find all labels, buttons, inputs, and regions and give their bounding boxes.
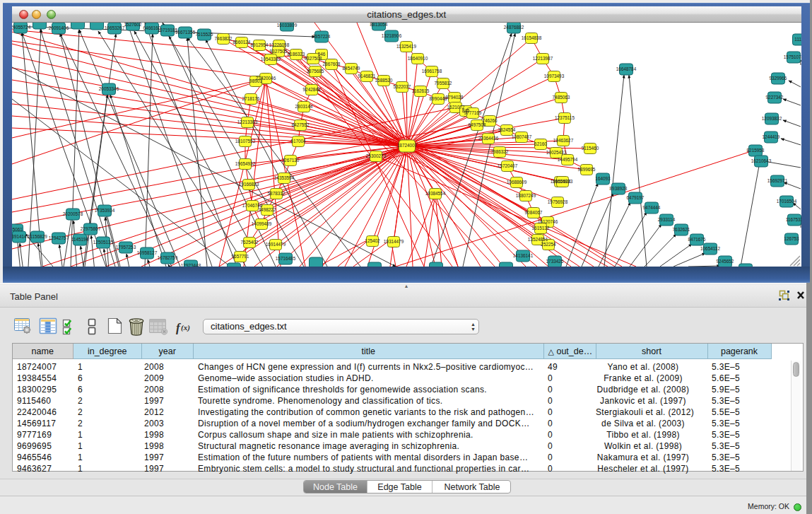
svg-text:19166823: 19166823 (239, 182, 259, 187)
svg-text:16154838: 16154838 (522, 35, 542, 40)
svg-text:1244419: 1244419 (763, 134, 780, 139)
svg-text:7485063: 7485063 (553, 95, 570, 100)
svg-text:6497508: 6497508 (469, 122, 486, 127)
svg-text:1733426: 1733426 (546, 259, 564, 264)
svg-text:8990448: 8990448 (430, 96, 447, 101)
svg-text:20091406: 20091406 (49, 25, 69, 30)
svg-text:9474444: 9474444 (643, 205, 661, 210)
svg-text:2803144: 2803144 (295, 104, 313, 109)
svg-text:18724007: 18724007 (397, 143, 418, 148)
svg-text:10653267: 10653267 (105, 25, 125, 30)
svg-text:1615132: 1615132 (532, 226, 550, 230)
svg-text:62160: 62160 (534, 141, 547, 146)
svg-text:19384554: 19384554 (425, 191, 446, 196)
svg-text:16782759: 16782759 (158, 255, 178, 260)
svg-text:10973493: 10973493 (544, 74, 565, 78)
svg-text:10688609: 10688609 (507, 180, 527, 185)
svg-text:10807487: 10807487 (512, 134, 532, 139)
svg-text:8813054: 8813054 (370, 23, 388, 27)
svg-text:2718176: 2718176 (242, 96, 260, 101)
svg-text:8215958: 8215958 (747, 148, 765, 153)
svg-text:12505135: 12505135 (93, 240, 114, 245)
svg-text:16914479: 16914479 (266, 242, 286, 247)
svg-text:7986322: 7986322 (491, 149, 509, 154)
svg-text:16120746: 16120746 (538, 219, 558, 224)
svg-text:9327508: 9327508 (305, 56, 322, 61)
svg-text:22975867: 22975867 (81, 226, 101, 231)
svg-text:8660124: 8660124 (233, 40, 251, 45)
svg-text:85061: 85061 (12, 227, 23, 232)
svg-text:9146821: 9146821 (358, 74, 376, 78)
svg-text:9899695: 9899695 (578, 167, 596, 172)
svg-text:6479197: 6479197 (627, 195, 645, 200)
svg-text:14099489: 14099489 (252, 221, 272, 226)
svg-text:9242848: 9242848 (303, 87, 321, 92)
svg-text:617004: 617004 (290, 139, 306, 144)
svg-text:20364436: 20364436 (478, 136, 499, 141)
svg-text:3875685: 3875685 (307, 69, 324, 74)
svg-text:25300273: 25300273 (366, 153, 387, 158)
svg-text:14136141: 14136141 (513, 253, 534, 258)
svg-text:8186323: 8186323 (288, 52, 305, 57)
svg-text:10654112: 10654112 (700, 246, 720, 251)
svg-text:19756928: 19756928 (548, 199, 568, 204)
svg-text:24876882: 24876882 (504, 25, 524, 30)
svg-text:15716485: 15716485 (276, 256, 296, 261)
svg-text:9327505: 9327505 (270, 49, 288, 54)
svg-text:9245652: 9245652 (717, 259, 734, 264)
svg-text:8912954: 8912954 (251, 42, 269, 47)
svg-text:1117: 1117 (794, 37, 801, 42)
svg-text:3267130: 3267130 (282, 158, 300, 163)
svg-text:16210643: 16210643 (751, 158, 772, 163)
svg-text:14353594: 14353594 (274, 175, 295, 180)
svg-text:20200578: 20200578 (63, 211, 83, 216)
svg-text:16648784: 16648784 (616, 66, 637, 71)
svg-text:14055724: 14055724 (12, 25, 31, 30)
svg-text:13226058: 13226058 (269, 42, 290, 47)
svg-text:7857224: 7857224 (313, 34, 331, 39)
svg-text:8454749: 8454749 (343, 66, 360, 71)
svg-text:126753: 126753 (784, 236, 799, 241)
svg-text:5878312: 5878312 (268, 191, 286, 196)
svg-text:2867608: 2867608 (323, 62, 341, 66)
svg-text:8938928: 8938928 (610, 186, 628, 191)
svg-text:7463822: 7463822 (215, 36, 233, 41)
svg-text:13524851: 13524851 (528, 237, 548, 242)
svg-text:9657791: 9657791 (232, 254, 249, 259)
svg-text:12093832: 12093832 (762, 116, 782, 121)
svg-text:14495794: 14495794 (558, 157, 578, 162)
svg-text:3498222: 3498222 (259, 207, 276, 212)
svg-text:9794028: 9794028 (446, 95, 464, 100)
svg-text:9777169: 9777169 (464, 110, 482, 115)
svg-text:164093: 164093 (595, 176, 611, 181)
svg-text:12375115: 12375115 (555, 115, 575, 120)
svg-text:15720407: 15720407 (498, 163, 518, 168)
svg-text:7625402: 7625402 (241, 240, 259, 245)
svg-text:7955812: 7955812 (435, 81, 452, 86)
svg-text:17016504: 17016504 (777, 199, 797, 204)
svg-text:20053346: 20053346 (99, 86, 119, 91)
svg-text:5322037: 5322037 (394, 84, 411, 89)
svg-text:9329966: 9329966 (770, 76, 787, 81)
svg-text:1588520: 1588520 (375, 78, 393, 83)
svg-text:9115460: 9115460 (582, 146, 599, 151)
svg-text:12213383: 12213383 (237, 119, 258, 124)
svg-text:2933114: 2933114 (658, 217, 676, 222)
svg-text:17353934: 17353934 (95, 208, 115, 213)
svg-text:(x): (x) (181, 323, 190, 332)
svg-text:1145194: 1145194 (71, 237, 89, 242)
svg-text:12213987: 12213987 (533, 56, 553, 61)
svg-text:17957253: 17957253 (116, 245, 136, 250)
svg-text:9084067: 9084067 (525, 210, 543, 215)
svg-text:7515525: 7515525 (196, 32, 213, 37)
svg-text:18640910: 18640910 (408, 56, 428, 61)
svg-text:12942757: 12942757 (49, 235, 69, 240)
svg-text:19654932: 19654932 (235, 161, 256, 166)
svg-text:7632621: 7632621 (673, 227, 690, 232)
svg-text:15751074: 15751074 (784, 54, 801, 59)
svg-text:8471676: 8471676 (688, 237, 706, 242)
svg-text:16033809: 16033809 (277, 23, 298, 28)
svg-text:11156829: 11156829 (28, 234, 47, 239)
svg-text:19314479: 19314479 (384, 239, 404, 244)
svg-text:1162615: 1162615 (412, 88, 430, 93)
